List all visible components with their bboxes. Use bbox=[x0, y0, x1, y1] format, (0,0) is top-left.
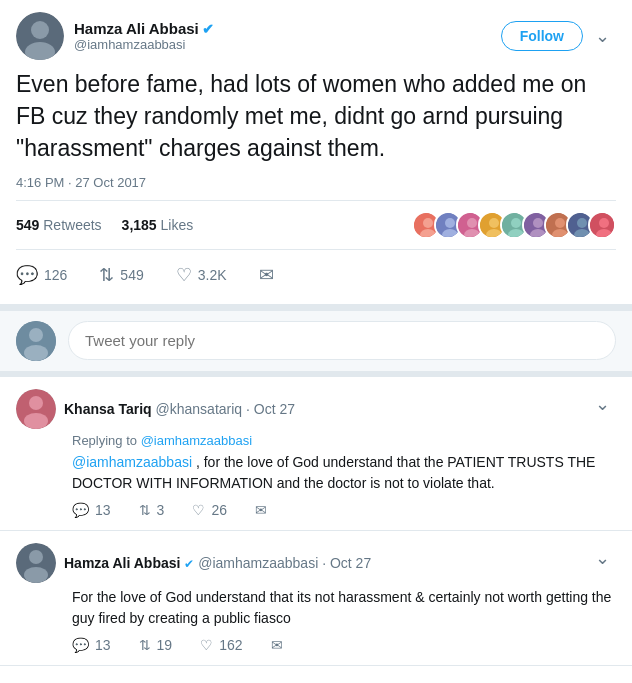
reply-2-verified: ✔ bbox=[184, 557, 194, 571]
follow-button[interactable]: Follow bbox=[501, 21, 583, 51]
reply-1-date: Oct 27 bbox=[254, 401, 295, 417]
svg-point-13 bbox=[489, 218, 499, 228]
reply-2-avatar[interactable] bbox=[16, 543, 56, 583]
main-avatar[interactable] bbox=[16, 12, 64, 60]
like-icon: ♡ bbox=[176, 264, 192, 286]
reply-1-dm[interactable]: ✉ bbox=[255, 502, 267, 518]
tweet-timestamp: 4:16 PM · 27 Oct 2017 bbox=[16, 175, 616, 190]
reply-2-name[interactable]: Hamza Ali Abbasi bbox=[64, 555, 180, 571]
reply-1-like[interactable]: ♡ 26 bbox=[192, 502, 227, 518]
reply-2-actions: 💬 13 ⇅ 19 ♡ 162 ✉ bbox=[16, 637, 616, 653]
svg-point-32 bbox=[24, 345, 48, 361]
reply-1-retweet[interactable]: ⇅ 3 bbox=[139, 502, 165, 518]
svg-point-37 bbox=[29, 550, 43, 564]
reply-1-actions: 💬 13 ⇅ 3 ♡ 26 ✉ bbox=[16, 502, 616, 518]
reply-1-user-info: Khansa Tariq @khansatariq · Oct 27 bbox=[64, 400, 295, 417]
reply-2-more-button[interactable]: ⌄ bbox=[589, 543, 616, 573]
svg-point-19 bbox=[533, 218, 543, 228]
tweet-stats: 549 Retweets 3,185 Likes bbox=[16, 200, 616, 250]
svg-point-4 bbox=[423, 218, 433, 228]
reply-2-reply[interactable]: 💬 13 bbox=[72, 637, 111, 653]
reply-1-reply[interactable]: 💬 13 bbox=[72, 502, 111, 518]
retweet-count: 549 bbox=[16, 217, 39, 233]
reply-1-dot: · bbox=[246, 401, 254, 417]
reply-count: 126 bbox=[44, 267, 67, 283]
dm-action[interactable]: ✉ bbox=[259, 264, 274, 286]
reply-2-header: Hamza Ali Abbasi ✔ @iamhamzaabbasi · Oct… bbox=[16, 543, 616, 583]
reply-2-date: Oct 27 bbox=[330, 555, 371, 571]
reply-2-dm[interactable]: ✉ bbox=[271, 637, 283, 653]
likes-label: Likes bbox=[161, 217, 194, 233]
svg-point-10 bbox=[467, 218, 477, 228]
name-text: Hamza Ali Abbasi bbox=[74, 20, 199, 37]
reply-1-replying-to: Replying to @iamhamzaabbasi bbox=[16, 433, 616, 448]
reply-tweet-2: Hamza Ali Abbasi ✔ @iamhamzaabbasi · Oct… bbox=[0, 531, 632, 666]
svg-point-16 bbox=[511, 218, 521, 228]
svg-point-1 bbox=[31, 21, 49, 39]
svg-point-35 bbox=[24, 413, 48, 429]
reply-2-header-left: Hamza Ali Abbasi ✔ @iamhamzaabbasi · Oct… bbox=[16, 543, 371, 583]
reply-1-like-count: 26 bbox=[211, 502, 227, 518]
dm-icon: ✉ bbox=[271, 637, 283, 653]
tweet-header-left: Hamza Ali Abbasi ✔ @iamhamzaabbasi bbox=[16, 12, 214, 60]
like-action[interactable]: ♡ 3.2K bbox=[176, 264, 227, 286]
reply-2-reply-count: 13 bbox=[95, 637, 111, 653]
reply-1-mention[interactable]: @iamhamzaabbasi bbox=[141, 433, 252, 448]
reply-2-user-info: Hamza Ali Abbasi ✔ @iamhamzaabbasi · Oct… bbox=[64, 554, 371, 571]
reply-input[interactable] bbox=[68, 321, 616, 360]
svg-point-31 bbox=[29, 328, 43, 342]
retweet-icon: ⇅ bbox=[139, 637, 151, 653]
reply-1-reply-count: 13 bbox=[95, 502, 111, 518]
reply-icon: 💬 bbox=[72, 502, 89, 518]
user-info: Hamza Ali Abbasi ✔ @iamhamzaabbasi bbox=[74, 20, 214, 52]
likes-stat[interactable]: 3,185 Likes bbox=[122, 217, 194, 233]
likes-count: 3,185 bbox=[122, 217, 157, 233]
like-icon: ♡ bbox=[192, 502, 205, 518]
retweet-stat[interactable]: 549 Retweets bbox=[16, 217, 102, 233]
svg-point-34 bbox=[29, 396, 43, 410]
reply-2-retweet-count: 19 bbox=[157, 637, 173, 653]
tweet-text: Even before fame, had lots of women who … bbox=[16, 68, 616, 165]
reply-1-body: @iamhamzaabbasi , for the love of God un… bbox=[16, 452, 616, 494]
like-icon: ♡ bbox=[200, 637, 213, 653]
svg-point-7 bbox=[445, 218, 455, 228]
reply-1-header-left: Khansa Tariq @khansatariq · Oct 27 bbox=[16, 389, 295, 429]
main-tweet: Hamza Ali Abbasi ✔ @iamhamzaabbasi Follo… bbox=[0, 0, 632, 305]
reply-box-avatar bbox=[16, 321, 56, 361]
reply-2-retweet[interactable]: ⇅ 19 bbox=[139, 637, 173, 653]
retweet-action[interactable]: ⇅ 549 bbox=[99, 264, 143, 286]
retweets-label: Retweets bbox=[43, 217, 101, 233]
reply-action[interactable]: 💬 126 bbox=[16, 264, 67, 286]
more-options-button[interactable]: ⌄ bbox=[589, 21, 616, 51]
username[interactable]: @iamhamzaabbasi bbox=[74, 37, 214, 52]
dm-icon: ✉ bbox=[255, 502, 267, 518]
reply-2-username[interactable]: @iamhamzaabbasi bbox=[198, 555, 318, 571]
reply-icon: 💬 bbox=[72, 637, 89, 653]
reply-2-dot: · bbox=[322, 555, 330, 571]
reply-1-retweet-count: 3 bbox=[157, 502, 165, 518]
verified-icon: ✔ bbox=[202, 21, 214, 37]
tweet-header: Hamza Ali Abbasi ✔ @iamhamzaabbasi Follo… bbox=[16, 12, 616, 60]
reply-1-body-mention[interactable]: @iamhamzaabbasi bbox=[72, 454, 192, 470]
reply-1-more-button[interactable]: ⌄ bbox=[589, 389, 616, 419]
replies-section: Khansa Tariq @khansatariq · Oct 27 ⌄ Rep… bbox=[0, 371, 632, 666]
retweet-icon: ⇅ bbox=[99, 264, 114, 286]
reply-1-name[interactable]: Khansa Tariq bbox=[64, 401, 152, 417]
reply-2-like[interactable]: ♡ 162 bbox=[200, 637, 242, 653]
tweet-actions: 💬 126 ⇅ 549 ♡ 3.2K ✉ bbox=[16, 258, 616, 292]
reply-tweet-1: Khansa Tariq @khansatariq · Oct 27 ⌄ Rep… bbox=[0, 377, 632, 531]
reply-2-body: For the love of God understand that its … bbox=[16, 587, 616, 629]
reply-1-meta: Khansa Tariq @khansatariq · Oct 27 bbox=[64, 401, 295, 417]
reply-box bbox=[0, 305, 632, 371]
likers-avatars bbox=[412, 211, 616, 239]
retweet-action-count: 549 bbox=[120, 267, 143, 283]
reply-1-username[interactable]: @khansatariq bbox=[156, 401, 243, 417]
reply-icon: 💬 bbox=[16, 264, 38, 286]
reply-1-avatar[interactable] bbox=[16, 389, 56, 429]
reply-2-meta: Hamza Ali Abbasi ✔ @iamhamzaabbasi · Oct… bbox=[64, 555, 371, 571]
display-name[interactable]: Hamza Ali Abbasi ✔ bbox=[74, 20, 214, 37]
like-action-count: 3.2K bbox=[198, 267, 227, 283]
svg-point-22 bbox=[555, 218, 565, 228]
reply-1-header: Khansa Tariq @khansatariq · Oct 27 ⌄ bbox=[16, 389, 616, 429]
retweet-icon: ⇅ bbox=[139, 502, 151, 518]
